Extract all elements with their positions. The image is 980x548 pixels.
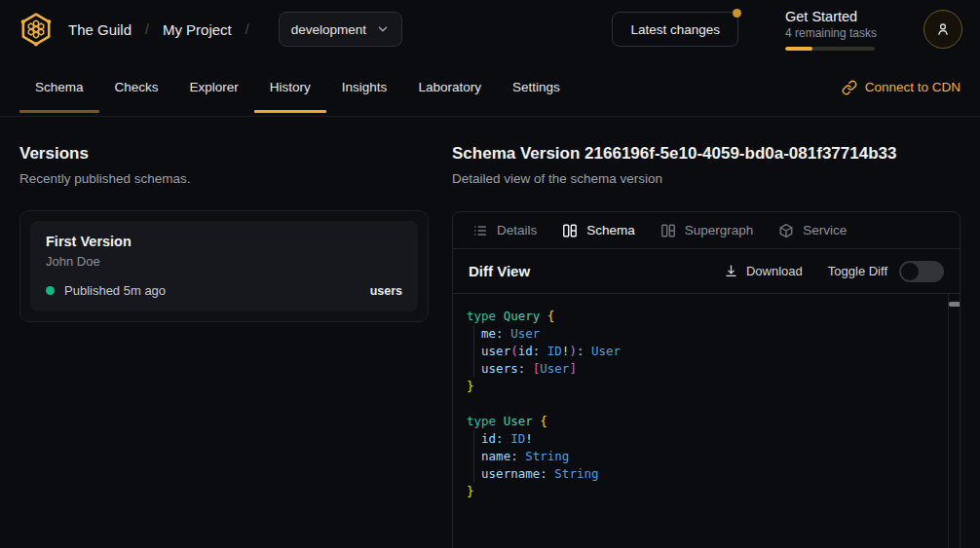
breadcrumb-org[interactable]: The Guild [68, 21, 132, 38]
notification-dot [733, 9, 741, 18]
nav-tab-laboratory[interactable]: Laboratory [402, 58, 497, 116]
nav-tab-insights[interactable]: Insights [326, 58, 403, 116]
version-meta-row: Published 5m ago users [46, 283, 402, 298]
detail-tab-supergraph[interactable]: Supergraph [660, 223, 754, 238]
toggle-diff-label: Toggle Diff [828, 264, 887, 278]
get-started-subtitle: 4 remaining tasks [785, 26, 877, 40]
code-scrollbar-thumb[interactable] [949, 302, 960, 307]
schema-code-viewer[interactable]: type Query { me: User user(id: ID!): Use… [453, 294, 960, 548]
schema-version-title: Schema Version 2166196f-5e10-4059-bd0a-0… [452, 144, 961, 164]
user-avatar[interactable] [923, 10, 962, 49]
environment-dropdown-value: development [291, 22, 366, 37]
connect-to-cdn-link[interactable]: Connect to CDN [842, 58, 961, 116]
version-name: First Version [46, 234, 402, 249]
panels-icon [660, 223, 676, 238]
breadcrumb-separator: / [145, 21, 149, 37]
get-started-progress-fill [785, 47, 812, 51]
version-service-badge: users [370, 284, 402, 298]
latest-changes-label: Latest changes [630, 22, 720, 37]
detail-tab-label: Service [803, 223, 847, 237]
detail-tab-label: Schema [586, 223, 635, 237]
toggle-diff-group: Toggle Diff [828, 261, 944, 282]
link-icon [842, 80, 857, 95]
code-scrollbar[interactable] [948, 294, 960, 548]
versions-panel: Versions Recently published schemas. Fir… [19, 117, 429, 548]
diff-view-title: Diff View [469, 263, 530, 279]
download-button[interactable]: Download [724, 264, 803, 278]
nav-tab-settings[interactable]: Settings [497, 58, 576, 116]
schema-version-card: Details Schema [452, 211, 961, 548]
list-icon [472, 223, 488, 238]
version-status: Published 5m ago [64, 283, 166, 298]
get-started-title: Get Started [785, 9, 877, 24]
latest-changes-button[interactable]: Latest changes [612, 12, 738, 47]
main-nav-tabs: Schema Checks Explorer History Insights … [19, 58, 576, 116]
chevron-down-icon [376, 22, 390, 36]
cube-icon [778, 223, 794, 238]
panels-icon [562, 223, 578, 238]
main-content: Versions Recently published schemas. Fir… [0, 117, 980, 548]
detail-tab-label: Details [497, 223, 537, 237]
nav-tab-explorer[interactable]: Explorer [174, 58, 254, 116]
main-nav: Schema Checks Explorer History Insights … [0, 58, 980, 117]
download-label: Download [746, 264, 803, 278]
detail-tab-label: Supergraph [685, 223, 754, 237]
breadcrumb-separator: / [245, 21, 249, 37]
person-icon [934, 20, 952, 38]
versions-subtitle: Recently published schemas. [19, 171, 429, 186]
nav-tab-schema[interactable]: Schema [19, 58, 99, 116]
nav-tab-history[interactable]: History [254, 58, 326, 116]
version-author: John Doe [46, 254, 402, 269]
detail-tab-service[interactable]: Service [778, 223, 847, 238]
schema-version-subtitle: Detailed view of the schema version [452, 171, 961, 186]
environment-dropdown[interactable]: development [279, 12, 402, 47]
nav-tab-checks[interactable]: Checks [99, 58, 174, 116]
published-status-icon [46, 286, 55, 295]
connect-to-cdn-label: Connect to CDN [865, 80, 961, 94]
detail-tab-details[interactable]: Details [472, 223, 537, 238]
versions-title: Versions [19, 144, 429, 164]
diff-actions: Download Toggle Diff [724, 261, 944, 282]
get-started-widget[interactable]: Get Started 4 remaining tasks [785, 9, 877, 51]
download-icon [724, 264, 738, 278]
detail-tabs: Details Schema [453, 212, 960, 249]
version-list-item[interactable]: First Version John Doe Published 5m ago … [30, 221, 418, 311]
graphql-schema-code: type Query { me: User user(id: ID!): Use… [467, 308, 940, 500]
detail-tab-schema[interactable]: Schema [562, 223, 635, 238]
version-detail-panel: Schema Version 2166196f-5e10-4059-bd0a-0… [452, 117, 961, 548]
diff-toolbar: Diff View Download Toggle Diff [453, 249, 960, 294]
versions-list-card: First Version John Doe Published 5m ago … [19, 210, 429, 322]
app-header: The Guild / My Project / development Lat… [0, 0, 980, 58]
breadcrumb-project[interactable]: My Project [163, 21, 232, 38]
toggle-diff-switch[interactable] [899, 261, 944, 282]
toggle-diff-knob [901, 263, 919, 280]
guild-logo-icon[interactable] [18, 11, 55, 48]
get-started-progress-bar [785, 47, 875, 51]
